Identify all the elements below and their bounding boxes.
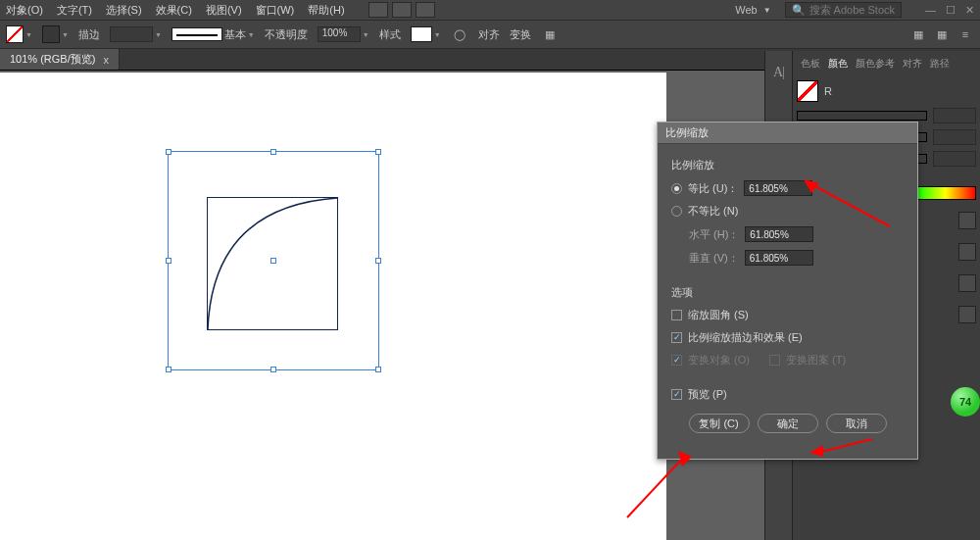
- horizontal-label: 水平 (H)：: [689, 227, 739, 242]
- close-icon[interactable]: ✕: [965, 4, 974, 17]
- preview-checkbox[interactable]: [671, 389, 682, 400]
- workspace-dropdown[interactable]: Web ▼: [735, 4, 770, 16]
- uniform-input[interactable]: [744, 180, 812, 196]
- menu-bar: 对象(O) 文字(T) 选择(S) 效果(C) 视图(V) 窗口(W) 帮助(H…: [0, 0, 980, 20]
- handle-mid-left[interactable]: [166, 258, 172, 264]
- handle-top-mid[interactable]: [270, 149, 276, 155]
- menu-text[interactable]: 文字(T): [57, 3, 92, 18]
- r-channel-label: R: [824, 85, 832, 97]
- menu-help[interactable]: 帮助(H): [308, 3, 344, 18]
- bridge-icon[interactable]: [368, 2, 388, 18]
- horizontal-input[interactable]: [745, 226, 813, 242]
- svg-marker-5: [809, 445, 823, 457]
- uniform-label: 等比 (U)：: [688, 181, 738, 196]
- text-antialias-icon[interactable]: A|: [773, 65, 784, 80]
- slider-value-2[interactable]: [933, 129, 976, 145]
- isolate-icon[interactable]: ▦: [541, 25, 559, 43]
- right-tool-strip: [955, 206, 980, 329]
- transform-objects-label: 变换对象 (O): [688, 353, 750, 368]
- strip-icon-1[interactable]: [958, 212, 976, 229]
- tab-close-icon[interactable]: x: [103, 54, 109, 66]
- uniform-radio[interactable]: [671, 183, 682, 194]
- menu-select[interactable]: 选择(S): [106, 3, 142, 18]
- nonuniform-radio[interactable]: [671, 206, 682, 217]
- search-placeholder: 搜索 Adobe Stock: [809, 3, 895, 18]
- panel-tab-pathfinder[interactable]: 路径: [930, 57, 950, 71]
- strip-icon-2[interactable]: [958, 243, 976, 261]
- ok-button[interactable]: 确定: [758, 414, 818, 433]
- annotation-arrow-3: [809, 435, 874, 459]
- chevron-down-icon: ▼: [763, 6, 771, 15]
- panel-tab-swatches[interactable]: 色板: [801, 57, 820, 71]
- search-stock-field[interactable]: 🔍 搜索 Adobe Stock: [785, 2, 902, 18]
- scale-group-label: 比例缩放: [671, 158, 904, 172]
- stock-icon[interactable]: [392, 2, 412, 18]
- opacity-label: 不透明度: [265, 27, 308, 42]
- green-badge[interactable]: 74: [951, 387, 980, 417]
- fill-swatch[interactable]: ▼: [6, 25, 32, 43]
- opacity-field[interactable]: 100%▼: [318, 26, 369, 42]
- slider-track[interactable]: [797, 111, 927, 121]
- vertical-label: 垂直 (V)：: [689, 251, 739, 266]
- cancel-button[interactable]: 取消: [826, 414, 887, 433]
- panel-icon-2[interactable]: ▦: [933, 25, 951, 43]
- handle-top-right[interactable]: [375, 149, 381, 155]
- search-icon: 🔍: [792, 4, 806, 17]
- scale-strokes-checkbox[interactable]: [671, 332, 682, 343]
- style-label: 样式: [379, 27, 401, 42]
- panel-icon-1[interactable]: ▦: [909, 25, 927, 43]
- slider-value-3[interactable]: [933, 151, 976, 167]
- preview-label: 预览 (P): [688, 387, 727, 402]
- panel-tab-color[interactable]: 颜色: [828, 57, 848, 71]
- stroke-preset-label: 基本: [224, 27, 246, 42]
- document-tab-title: 101% (RGB/预览): [10, 52, 95, 67]
- svg-line-2: [627, 457, 684, 517]
- handle-bottom-mid[interactable]: [270, 367, 276, 372]
- annotation-arrow-1: [804, 179, 892, 228]
- transform-patterns-checkbox: [769, 355, 780, 366]
- dialog-title[interactable]: 比例缩放: [658, 123, 917, 144]
- control-bar: ▼ ▼ 描边 ▼ 基本 ▼ 不透明度 100%▼ 样式 ▼ ◯ 对齐 变换 ▦ …: [0, 20, 980, 49]
- document-tab[interactable]: 101% (RGB/预览) x: [0, 49, 120, 70]
- svg-line-4: [817, 439, 872, 453]
- slider-value[interactable]: [933, 108, 976, 123]
- annotation-arrow-2: [623, 451, 692, 519]
- minimize-icon[interactable]: —: [925, 4, 936, 17]
- panel-tab-align[interactable]: 对齐: [903, 57, 922, 71]
- scale-corners-checkbox[interactable]: [671, 310, 682, 320]
- menu-object[interactable]: 对象(O): [6, 3, 43, 18]
- menu-view[interactable]: 视图(V): [206, 3, 242, 18]
- stroke-profile[interactable]: 基本 ▼: [172, 27, 255, 42]
- transform-label[interactable]: 变换: [510, 27, 531, 42]
- vertical-input[interactable]: [745, 250, 813, 266]
- svg-line-0: [809, 183, 890, 226]
- artwork-arc[interactable]: [207, 197, 338, 330]
- transform-patterns-label: 变换图案 (T): [786, 353, 846, 368]
- transform-objects-checkbox: [671, 355, 682, 366]
- stroke-weight[interactable]: ▼: [110, 26, 162, 42]
- strip-icon-4[interactable]: [958, 306, 976, 323]
- menu-window[interactable]: 窗口(W): [256, 3, 295, 18]
- copy-button[interactable]: 复制 (C): [689, 414, 750, 433]
- stroke-label: 描边: [78, 27, 100, 42]
- align-label[interactable]: 对齐: [478, 27, 500, 42]
- maximize-icon[interactable]: ☐: [946, 4, 956, 17]
- panel-tab-colorguide[interactable]: 颜色参考: [856, 57, 895, 71]
- canvas[interactable]: [0, 73, 666, 540]
- handle-bottom-right[interactable]: [375, 367, 381, 372]
- handle-mid-right[interactable]: [375, 258, 381, 264]
- svg-marker-1: [804, 179, 819, 193]
- nonuniform-label: 不等比 (N): [688, 204, 738, 219]
- arrange-icon[interactable]: [416, 2, 435, 18]
- handle-bottom-left[interactable]: [166, 367, 172, 372]
- strip-icon-3[interactable]: [958, 274, 976, 292]
- handle-top-left[interactable]: [166, 149, 172, 155]
- graphic-style[interactable]: ▼: [411, 26, 441, 42]
- panel-fill-swatch[interactable]: [797, 80, 818, 102]
- panel-menu-icon[interactable]: ≡: [956, 25, 974, 43]
- recolor-icon[interactable]: ◯: [451, 25, 468, 43]
- scale-dialog: 比例缩放 比例缩放 等比 (U)： 不等比 (N) 水平 (H)： 垂直 (V)…: [657, 122, 918, 460]
- menu-effect[interactable]: 效果(C): [156, 3, 192, 18]
- stroke-swatch[interactable]: ▼: [42, 25, 69, 43]
- workspace-name: Web: [735, 4, 757, 16]
